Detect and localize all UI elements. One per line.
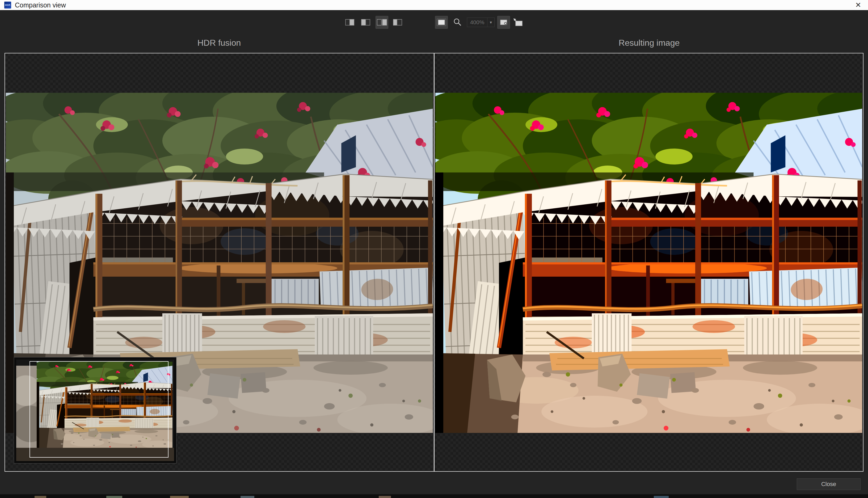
- background-fragment: [654, 496, 669, 498]
- bottom-edge-strip: [0, 494, 868, 498]
- view-mode-split-icon: [393, 18, 403, 26]
- zoom-actual-size-button[interactable]: [497, 16, 510, 29]
- view-mode-left-highlight-icon: [361, 18, 371, 26]
- fit-to-window-button[interactable]: [512, 16, 524, 29]
- magnifier-button[interactable]: [451, 16, 464, 29]
- background-fragment: [379, 496, 391, 498]
- full-image-view-icon: [436, 18, 447, 27]
- right-pane-label: Resulting image: [435, 37, 864, 49]
- view-mode-split-button[interactable]: [392, 16, 404, 29]
- navigator-thumbnail[interactable]: [14, 357, 176, 463]
- zoom-level-dropdown[interactable]: 400% ▼: [467, 17, 495, 27]
- zoom-level-value: 400%: [467, 19, 487, 26]
- titlebar: HDR Comparison view ✕: [0, 0, 868, 10]
- background-fragment: [240, 496, 254, 498]
- view-mode-right-highlight-button[interactable]: [344, 16, 356, 29]
- navigator-view-rectangle[interactable]: [29, 361, 169, 458]
- view-mode-left-highlight-button[interactable]: [359, 16, 372, 29]
- background-fragment: [106, 496, 122, 498]
- close-button[interactable]: Close: [797, 479, 860, 490]
- view-mode-side-by-side-button[interactable]: [376, 16, 388, 29]
- magnifier-icon: [453, 18, 462, 27]
- comparison-view-window: HDR Comparison view ✕: [0, 0, 868, 498]
- window-close-button[interactable]: ✕: [852, 0, 864, 10]
- hdr-fusion-panel[interactable]: [5, 53, 434, 471]
- resulting-image[interactable]: [435, 93, 863, 433]
- navigator-preview: [16, 359, 174, 461]
- window-title: Comparison view: [15, 1, 66, 9]
- background-fragment: [170, 496, 189, 498]
- comparison-panels: [4, 53, 864, 472]
- fit-to-window-icon: [513, 18, 523, 27]
- full-image-view-button[interactable]: [435, 16, 448, 29]
- view-mode-right-highlight-icon: [345, 18, 355, 26]
- comparison-toolbar: 400% ▼: [344, 16, 524, 29]
- resulting-image-panel[interactable]: [435, 53, 863, 471]
- left-pane-label: HDR fusion: [4, 37, 434, 49]
- zoom-actual-size-icon: [499, 18, 509, 26]
- app-icon: HDR: [4, 2, 11, 9]
- view-mode-side-by-side-icon: [377, 18, 387, 26]
- chevron-down-icon[interactable]: ▼: [487, 21, 494, 24]
- background-fragment: [35, 496, 46, 498]
